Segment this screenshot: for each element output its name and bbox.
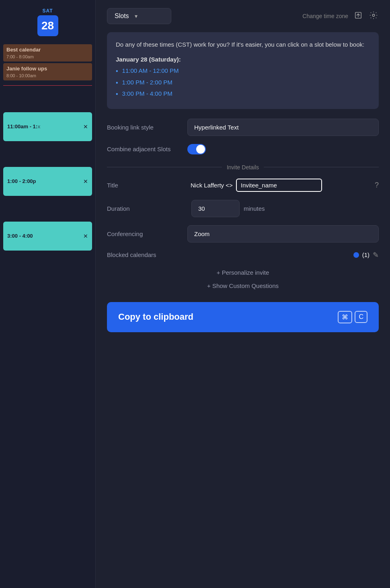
slot-label: 1:00 - 2:00p <box>7 178 36 184</box>
invite-details-divider: Invite Details <box>107 164 379 171</box>
calendar-time-gap <box>0 88 95 111</box>
blocked-calendars-row: Blocked calendars (1) ✎ <box>107 251 379 259</box>
slot-link-1[interactable]: 11:00 AM - 12:00 PM <box>122 66 179 76</box>
duration-row: Duration 30 minutes <box>107 200 379 217</box>
bullet-icon: • <box>116 89 118 99</box>
invitee-name-input[interactable] <box>236 179 322 192</box>
svg-point-1 <box>372 14 375 16</box>
day-header: SAT 28 <box>0 3 95 44</box>
slot-link-3[interactable]: 3:00 PM - 4:00 PM <box>122 89 172 99</box>
title-static-text: Nick Lafferty <> <box>191 182 233 189</box>
personalize-invite-label: + Personalize invite <box>217 269 269 276</box>
slot-1pm[interactable]: 1:00 - 2:00p ✕ <box>3 167 92 196</box>
event-janie-follow-ups[interactable]: Janie follow ups 8:00 - 10:00am <box>3 63 92 80</box>
help-icon[interactable]: ? <box>375 181 379 189</box>
edit-icon[interactable]: ✎ <box>373 251 379 259</box>
event-time: 8:00 - 10:00am <box>6 73 89 78</box>
booking-link-style-row: Booking link style Hyperlinked Text <box>107 119 379 136</box>
blocked-calendars-label: Blocked calendars <box>107 251 187 258</box>
conferencing-label: Conferencing <box>107 230 187 237</box>
message-preview-box: Do any of these times (CST) work for you… <box>107 32 379 109</box>
toggle-knob <box>196 145 205 154</box>
slot-11am[interactable]: 11:00am - 1:x ✕ <box>3 112 92 141</box>
blocked-count: (1) <box>362 251 369 258</box>
cmd-key: ⌘ <box>338 311 352 323</box>
chevron-down-icon: ▾ <box>135 13 138 19</box>
right-panel: Slots ▾ Change time zone Do any of these… <box>96 0 390 588</box>
slot-3pm[interactable]: 3:00 - 4:00 ✕ <box>3 222 92 251</box>
title-label: Title <box>107 182 187 189</box>
conferencing-value: Zoom <box>187 225 379 243</box>
slot-label: 3:00 - 4:00 <box>7 233 33 239</box>
combine-adjacent-toggle[interactable] <box>187 144 206 154</box>
combine-adjacent-row: Combine adjacent Slots <box>107 144 379 154</box>
event-time: 7:00 - 8:00am <box>6 54 89 59</box>
copy-to-clipboard-button[interactable]: Copy to clipboard ⌘ C <box>107 302 379 332</box>
calendar-sidebar: SAT 28 Best calendar 7:00 - 8:00am Janie… <box>0 0 96 588</box>
blocked-calendar-dot <box>353 252 359 258</box>
change-timezone-link[interactable]: Change time zone <box>302 13 348 19</box>
event-title: Best calendar <box>6 47 89 53</box>
combine-adjacent-label: Combine adjacent Slots <box>107 146 187 152</box>
toggle-wrapper <box>187 144 379 154</box>
blocked-calendars-value: (1) ✎ <box>187 251 379 259</box>
booking-link-style-select[interactable]: Hyperlinked Text <box>187 119 379 136</box>
show-custom-questions-label: + Show Custom Questions <box>207 282 279 289</box>
top-row: Slots ▾ Change time zone <box>107 8 379 24</box>
slot-label: 11:00am - 1:x <box>7 123 40 130</box>
slot-bullet-3: • 3:00 PM - 4:00 PM <box>116 89 370 99</box>
calendar-time-gap <box>0 197 95 220</box>
show-custom-questions-link[interactable]: + Show Custom Questions <box>107 282 379 289</box>
invite-details-label: Invite Details <box>227 164 259 171</box>
c-key: C <box>355 311 367 323</box>
personalize-invite-link[interactable]: + Personalize invite <box>107 269 379 276</box>
message-text: Do any of these times (CST) work for you… <box>116 40 370 49</box>
duration-label: Duration <box>107 205 187 212</box>
bullet-icon: • <box>116 66 118 76</box>
calendar-events: Best calendar 7:00 - 8:00am Janie follow… <box>0 44 95 82</box>
slot-remove-icon[interactable]: ✕ <box>83 178 88 185</box>
slot-link-2[interactable]: 1:00 PM - 2:00 PM <box>122 78 172 87</box>
slot-bullet-2: • 1:00 PM - 2:00 PM <box>116 78 370 88</box>
divider-line-right <box>264 167 379 167</box>
event-best-calendar[interactable]: Best calendar 7:00 - 8:00am <box>3 44 92 62</box>
copy-to-clipboard-label: Copy to clipboard <box>118 312 193 322</box>
conferencing-row: Conferencing Zoom <box>107 225 379 243</box>
keyboard-shortcut: ⌘ C <box>338 311 367 323</box>
calendar-time-gap <box>0 143 95 165</box>
settings-icon[interactable] <box>368 10 379 23</box>
combine-adjacent-value <box>187 144 379 154</box>
slot-bullet-1: • 11:00 AM - 12:00 PM <box>116 66 370 76</box>
divider-line-left <box>107 167 222 167</box>
conferencing-select[interactable]: Zoom <box>187 225 379 243</box>
duration-unit: minutes <box>244 205 265 212</box>
booking-link-style-value: Hyperlinked Text <box>187 119 379 136</box>
title-row: Title Nick Lafferty <> ? <box>107 179 379 192</box>
slot-remove-icon[interactable]: ✕ <box>83 123 88 130</box>
event-title: Janie follow ups <box>6 66 89 72</box>
top-right-actions: Change time zone <box>302 10 379 23</box>
day-number: 28 <box>37 15 58 36</box>
dropdown-label: Slots <box>115 12 129 20</box>
slots-dropdown[interactable]: Slots ▾ <box>107 8 171 24</box>
current-time-indicator <box>3 85 92 86</box>
duration-input[interactable]: 30 <box>191 200 240 217</box>
bullet-icon: • <box>116 78 118 88</box>
day-label: SAT <box>0 8 95 14</box>
upload-icon[interactable] <box>353 10 363 23</box>
date-heading: January 28 (Saturday): <box>116 55 370 64</box>
slot-remove-icon[interactable]: ✕ <box>83 233 88 239</box>
booking-link-style-label: Booking link style <box>107 124 187 131</box>
